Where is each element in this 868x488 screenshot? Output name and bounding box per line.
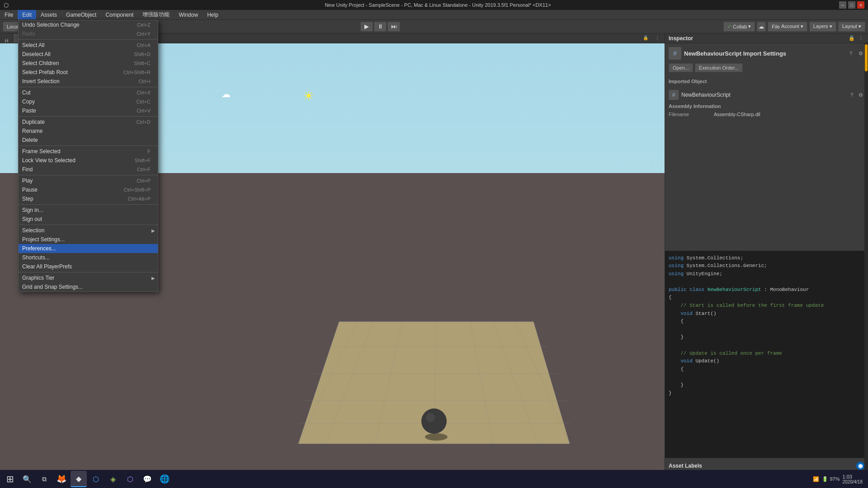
extra-app-1[interactable]: ⬡ xyxy=(122,471,138,487)
menu-selection[interactable]: Selection ▶ xyxy=(19,226,158,235)
imported-help-icon[interactable]: ? xyxy=(848,91,855,99)
menu-clear-prefs[interactable]: Clear All PlayerPrefs xyxy=(19,262,158,271)
menu-graphics-tier[interactable]: Graphics Tier ▶ xyxy=(19,273,158,282)
collab-label: Collab xyxy=(733,24,747,29)
inspector-scrollbar-thumb[interactable] xyxy=(865,44,868,71)
account-button[interactable]: File Account ▾ xyxy=(768,22,807,32)
asset-labels-header: Asset Labels ◉ xyxy=(669,462,864,470)
menu-step[interactable]: Step Ctrl+Alt+P xyxy=(19,194,158,203)
menu-play[interactable]: Play Ctrl+P xyxy=(19,176,158,185)
menu-window[interactable]: Window xyxy=(174,10,203,19)
tab-bar-lock-icon[interactable]: 🔒 xyxy=(640,32,651,43)
menu-select-prefab[interactable]: Select Prefab Root Ctrl+Shift+R xyxy=(19,68,158,77)
arrow-icon-2: ▶ xyxy=(151,276,155,281)
menu-rename[interactable]: Rename xyxy=(19,127,158,136)
menu-sep-7 xyxy=(19,225,158,225)
menu-component[interactable]: Component xyxy=(101,10,138,19)
menu-assets[interactable]: Assets xyxy=(36,10,61,19)
assembly-section: Assembly Information Filename Assembly-C… xyxy=(669,103,864,118)
unity-taskbar-button[interactable]: ◆ xyxy=(71,471,87,487)
menu-undo[interactable]: Undo Selection Change Ctrl+Z xyxy=(19,20,158,29)
menu-copy[interactable]: Copy Ctrl+C xyxy=(19,97,158,106)
collab-button[interactable]: ✓ Collab ▾ xyxy=(723,22,755,32)
menu-paste[interactable]: Paste Ctrl+V xyxy=(19,106,158,115)
minimize-btn[interactable]: ─ xyxy=(839,1,846,9)
menu-delete[interactable]: Delete xyxy=(19,136,158,145)
settings-icon[interactable]: ⚙ xyxy=(857,50,864,57)
code-line-5: public class NewBehaviourScript : MonoBe… xyxy=(669,286,864,294)
svg-point-13 xyxy=(425,433,448,441)
menu-sep-1 xyxy=(19,39,158,40)
task-view-button[interactable]: ⧉ xyxy=(36,471,52,487)
menu-frame-selected[interactable]: Frame Selected F xyxy=(19,147,158,156)
filename-row: Filename Assembly-CSharp.dll xyxy=(669,111,864,118)
menu-gameobject[interactable]: GameObject xyxy=(61,10,101,19)
title-bar: ⬡ New Unity Project - SampleScene - PC, … xyxy=(0,0,868,10)
help-icon[interactable]: ? xyxy=(847,50,854,57)
menu-sign-in[interactable]: Sign in... xyxy=(19,206,158,215)
menu-sep-8 xyxy=(19,272,158,272)
search-taskbar-button[interactable]: 🔍 xyxy=(19,471,35,487)
right-panel: Inspector 🔒 ⋮ # NewBehaviourScript Impor… xyxy=(665,33,868,475)
inspector-scrollbar-track[interactable] xyxy=(864,43,868,475)
code-area: using System.Collections; using System.C… xyxy=(665,251,868,458)
filename-label: Filename xyxy=(669,112,714,117)
maximize-btn[interactable]: □ xyxy=(848,1,855,9)
menu-grid-snap[interactable]: Grid and Snap Settings... xyxy=(19,282,158,291)
menu-pause[interactable]: Pause Ctrl+Shift+P xyxy=(19,185,158,194)
window-title: New Unity Project - SampleScene - PC, Ma… xyxy=(11,2,864,8)
start-button[interactable]: ⊞ xyxy=(2,471,18,487)
inspector-menu-icon[interactable]: ⋮ xyxy=(857,35,864,42)
close-btn[interactable]: ✕ xyxy=(857,1,864,9)
menu-redo: Redo Ctrl+Y xyxy=(19,29,158,38)
menu-edit[interactable]: Edit xyxy=(18,10,36,19)
inspector-title: Inspector xyxy=(669,35,846,42)
menu-sep-3 xyxy=(19,116,158,117)
menu-find[interactable]: Find Ctrl+F xyxy=(19,165,158,174)
menu-select-all[interactable]: Select All Ctrl+A xyxy=(19,41,158,50)
layers-button[interactable]: Layers ▾ xyxy=(809,22,836,32)
menu-select-children[interactable]: Select Children Shift+C xyxy=(19,59,158,68)
layout-button[interactable]: Layout ▾ xyxy=(838,22,865,32)
imported-settings-icon[interactable]: ⚙ xyxy=(857,91,864,99)
menu-lock-view[interactable]: Lock View to Selected Shift+F xyxy=(19,156,158,165)
account-label: File xyxy=(772,24,780,29)
code-line-11: } xyxy=(669,333,864,342)
menu-help[interactable]: Help xyxy=(203,10,223,19)
menu-invert-selection[interactable]: Invert Selection Ctrl+I xyxy=(19,77,158,86)
menu-file[interactable]: File xyxy=(0,10,18,19)
vs-code-button[interactable]: ⬡ xyxy=(88,471,104,487)
sun-gizmo: ☀ xyxy=(303,89,314,103)
execution-order-button[interactable]: Execution Order... xyxy=(695,63,743,72)
play-controls: ▶ ⏸ ⏭ xyxy=(360,22,400,32)
cloud-button[interactable]: ☁ xyxy=(757,22,766,32)
code-line-7: // Start is called before the first fram… xyxy=(669,302,864,310)
menu-sign-out[interactable]: Sign out xyxy=(19,215,158,224)
menu-cut[interactable]: Cut Ctrl+X xyxy=(19,88,158,97)
visual-studio-button[interactable]: ◈ xyxy=(105,471,121,487)
inspector-lock-icon[interactable]: 🔒 xyxy=(848,35,855,42)
play-button[interactable]: ▶ xyxy=(360,22,373,32)
tab-bar-menu-icon[interactable]: ⋮ xyxy=(652,32,663,43)
menu-preferences[interactable]: Preferences... xyxy=(19,244,158,253)
menu-sep-2 xyxy=(19,87,158,87)
asset-labels-title: Asset Labels xyxy=(669,463,702,469)
menu-shortcuts[interactable]: Shortcuts... xyxy=(19,253,158,262)
menu-enhanced[interactable]: 增强版功能 xyxy=(138,10,174,19)
menu-deselect-all[interactable]: Deselect All Shift+D xyxy=(19,50,158,59)
menu-project-settings[interactable]: Project Settings... xyxy=(19,235,158,244)
window-controls: ─ □ ✕ xyxy=(839,1,864,9)
step-button[interactable]: ⏭ xyxy=(387,22,400,32)
imported-object-row: # NewBehaviourScript ? ⚙ xyxy=(669,90,864,100)
code-line-15: { xyxy=(669,366,864,374)
pause-button[interactable]: ⏸ xyxy=(374,22,387,32)
firefox-button[interactable]: 🦊 xyxy=(53,471,70,487)
cloud-element: ☁ xyxy=(222,89,231,99)
wechat-button[interactable]: 💬 xyxy=(139,471,156,487)
menu-duplicate[interactable]: Duplicate Ctrl+D xyxy=(19,117,158,127)
asset-labels-btn[interactable]: ◉ xyxy=(856,462,864,470)
code-line-12 xyxy=(669,342,864,350)
code-line-14: void Update() xyxy=(669,357,864,366)
extra-app-2[interactable]: 🌐 xyxy=(156,471,173,487)
open-button[interactable]: Open... xyxy=(669,63,693,72)
